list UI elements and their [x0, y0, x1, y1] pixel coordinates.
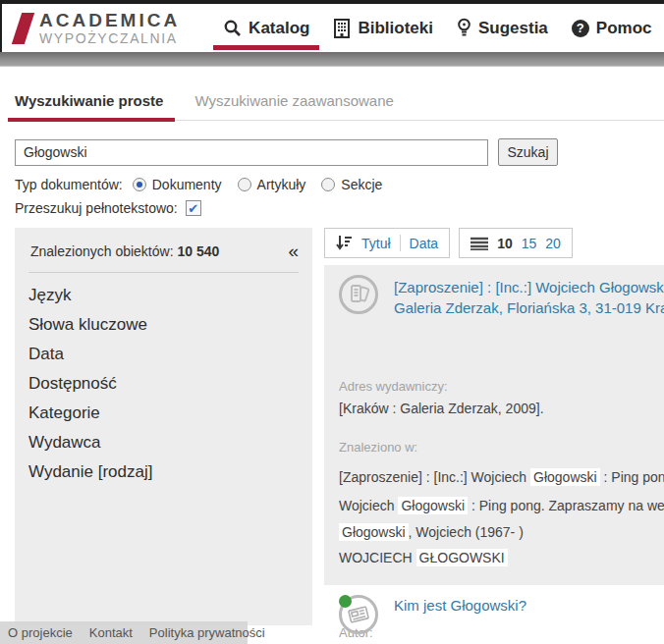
facet-item-wydawca[interactable]: Wydawca	[28, 434, 299, 452]
highlighted-term: Głogowski	[398, 497, 468, 514]
logo-title: ACADEMICA	[39, 11, 180, 29]
page-size-20[interactable]: 20	[545, 236, 561, 251]
result-title-link[interactable]: Kim jest Głogowski?	[394, 595, 664, 616]
snippet-line: WOJCIECH GŁOGOWSKI	[339, 548, 664, 567]
results-column: Tytuł Data 10 15 20	[324, 228, 664, 644]
nav-label: Pomoc	[596, 19, 652, 38]
snippet-line: Głogowski, Wojciech (1967- )	[339, 522, 664, 542]
doc-type-label: Typ dokumentów:	[15, 177, 123, 192]
footer-link-kontakt[interactable]: Kontakt	[89, 625, 133, 640]
fulltext-checkbox[interactable]	[186, 200, 201, 216]
footer-link-polityka-prywatnosci[interactable]: Polityka prywatności	[149, 625, 265, 640]
article-icon	[339, 595, 378, 634]
page-size-15[interactable]: 15	[522, 236, 537, 251]
logo-slash-icon	[12, 13, 34, 44]
logo-subtitle: WYPOŻYCZALNIA	[39, 31, 180, 45]
snippet-line: Wojciech Głogowski : Ping pong. Zaprasza…	[339, 496, 664, 515]
building-icon	[333, 19, 351, 38]
result-item-2: Kim jest Głogowski? Autor: Jarosz, Andrz…	[324, 593, 664, 644]
radio-sekcje-label[interactable]: Sekcje	[341, 177, 382, 192]
lightbulb-icon	[457, 18, 471, 38]
result-title-line-2: Galeria Zderzak, Floriańska 3, 31-019 Kr…	[394, 297, 664, 318]
highlighted-term: Głogowski	[339, 523, 409, 541]
radio-dokumenty-label[interactable]: Dokumenty	[152, 177, 222, 192]
results-count-label: Znalezionych obiektów:	[30, 243, 174, 259]
page: ACADEMICA WYPOŻYCZALNIA Katalog Bibliote…	[0, 0, 664, 644]
facets-panel: Znalezionych obiektów: 10 540 « Język Sł…	[15, 228, 312, 625]
radio-artykuly[interactable]	[238, 178, 251, 191]
invitation-document-icon	[339, 275, 378, 314]
snippet-line: [Zaproszenie] : [Inc.:] Wojciech Głogows…	[339, 467, 664, 487]
fulltext-row: Przeszukuj pełnotekstowo:	[15, 200, 664, 216]
nav-label: Katalog	[249, 19, 309, 38]
results-count: 10 540	[177, 243, 219, 259]
toolbar-separator	[400, 235, 401, 251]
result-title-line-1: Kim jest Głogowski?	[394, 595, 664, 616]
nav-item-sugestia[interactable]: Sugestia	[445, 4, 560, 52]
main-area: Znalezionych obiektów: 10 540 « Język Sł…	[15, 228, 664, 644]
result-title-link[interactable]: [Zaproszenie] : [Inc.:] Wojciech Głogows…	[394, 277, 664, 318]
highlighted-term: GŁOGOWSKI	[416, 549, 508, 566]
nav-item-biblioteki[interactable]: Biblioteki	[321, 4, 445, 52]
page-size-box: 10 15 20	[459, 228, 573, 258]
doc-type-row: Typ dokumentów: Dokumenty Artykuły Sekcj…	[15, 177, 664, 192]
fulltext-label: Przeszukuj pełnotekstowo:	[15, 200, 178, 216]
search-icon	[223, 19, 242, 37]
facets-header: Znalezionych obiektów: 10 540 «	[28, 238, 299, 273]
availability-status-dot	[339, 595, 352, 608]
found-in-label: Znaleziono w:	[339, 440, 664, 455]
facet-item-wydanie-rodzaj[interactable]: Wydanie [rodzaj]	[28, 463, 299, 481]
facet-item-dostepnosc[interactable]: Dostępność	[28, 375, 299, 393]
search-row: Szukaj	[15, 138, 664, 166]
radio-dokumenty[interactable]	[133, 178, 146, 191]
page-size-10[interactable]: 10	[497, 236, 513, 251]
highlighted-term: Głogowski	[530, 468, 600, 486]
author-label: Autor:	[339, 625, 664, 640]
sort-icon	[336, 235, 353, 251]
publisher-value: [Kraków : Galeria Zderzak, 2009].	[339, 401, 664, 416]
footer-link-o-projekcie[interactable]: O projekcie	[8, 625, 73, 640]
header-divider-bar	[0, 52, 664, 67]
nav-label: Sugestia	[478, 19, 548, 38]
radio-artykuly-label[interactable]: Artykuły	[257, 177, 306, 192]
sort-by-date[interactable]: Data	[410, 236, 439, 251]
tab-simple-search[interactable]: Wyszukiwanie proste	[15, 92, 163, 120]
sort-by-title[interactable]: Tytuł	[361, 236, 391, 251]
header: ACADEMICA WYPOŻYCZALNIA Katalog Bibliote…	[0, 4, 664, 52]
main-nav: Katalog Biblioteki Sugestia ? Pomoc	[211, 4, 663, 52]
search-button[interactable]: Szukaj	[498, 138, 558, 166]
help-icon: ?	[572, 20, 589, 37]
result-title-line-1: [Zaproszenie] : [Inc.:] Wojciech Głogows…	[394, 277, 664, 297]
radio-sekcje[interactable]	[321, 178, 335, 191]
search-input[interactable]	[15, 139, 488, 166]
facet-item-kategorie[interactable]: Kategorie	[28, 404, 299, 422]
facet-list: Język Słowa kluczowe Data Dostępność Kat…	[28, 273, 299, 481]
publisher-label: Adres wydawniczy:	[339, 379, 664, 394]
facet-item-data[interactable]: Data	[28, 346, 299, 363]
content: Wyszukiwanie proste Wyszukiwanie zaawans…	[0, 92, 664, 644]
list-icon	[470, 237, 488, 250]
result-item-1: [Zaproszenie] : [Inc.:] Wojciech Głogows…	[324, 265, 664, 585]
facet-item-slowa-kluczowe[interactable]: Słowa kluczowe	[28, 316, 299, 334]
nav-item-pomoc[interactable]: ? Pomoc	[560, 4, 664, 52]
logo[interactable]: ACADEMICA WYPOŻYCZALNIA	[17, 11, 180, 45]
nav-item-katalog[interactable]: Katalog	[211, 4, 321, 52]
search-tabs: Wyszukiwanie proste Wyszukiwanie zaawans…	[15, 92, 664, 121]
collapse-panel-icon[interactable]: «	[288, 242, 299, 260]
sort-box: Tytuł Data	[324, 228, 450, 258]
footer-bar: O projekcie Kontakt Polityka prywatności	[0, 621, 248, 644]
tab-advanced-search[interactable]: Wyszukiwanie zaawansowane	[194, 92, 393, 120]
facet-item-jezyk[interactable]: Język	[28, 287, 299, 304]
results-toolbar: Tytuł Data 10 15 20	[324, 228, 664, 258]
nav-label: Biblioteki	[358, 19, 433, 38]
